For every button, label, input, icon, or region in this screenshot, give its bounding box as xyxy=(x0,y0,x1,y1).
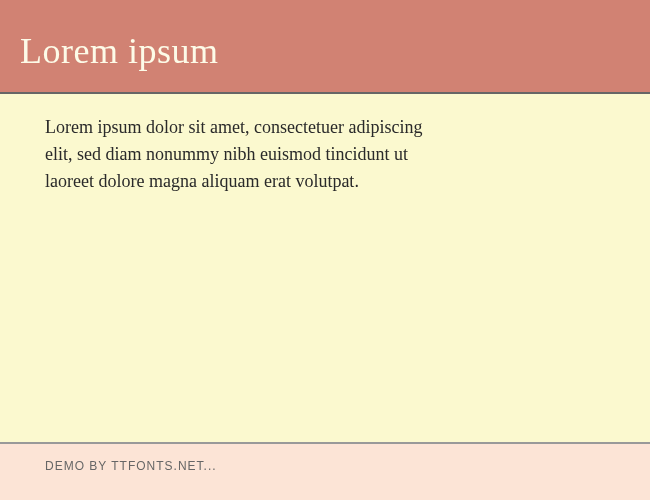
body-text: Lorem ipsum dolor sit amet, consectetuer… xyxy=(45,114,425,195)
page-title: Lorem ipsum xyxy=(20,30,630,72)
footer-text: DEMO BY TTFONTS.NET... xyxy=(45,459,605,473)
header: Lorem ipsum xyxy=(0,0,650,94)
footer: DEMO BY TTFONTS.NET... xyxy=(0,444,650,488)
content-area: Lorem ipsum dolor sit amet, consectetuer… xyxy=(0,94,650,444)
